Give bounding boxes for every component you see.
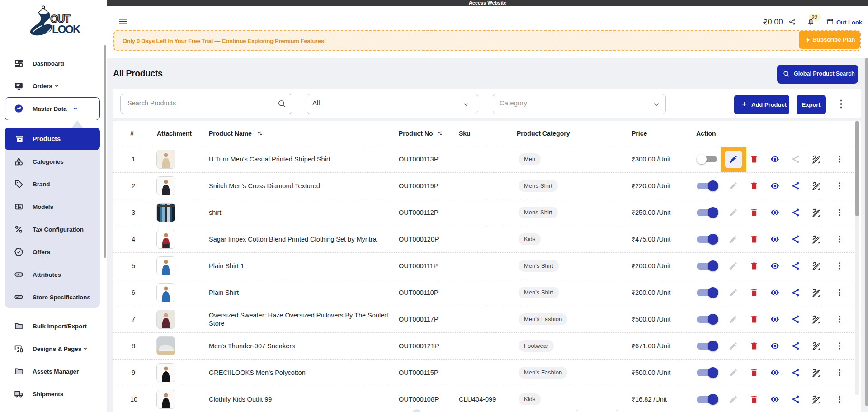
svg-text:LOOK: LOOK: [52, 23, 81, 35]
